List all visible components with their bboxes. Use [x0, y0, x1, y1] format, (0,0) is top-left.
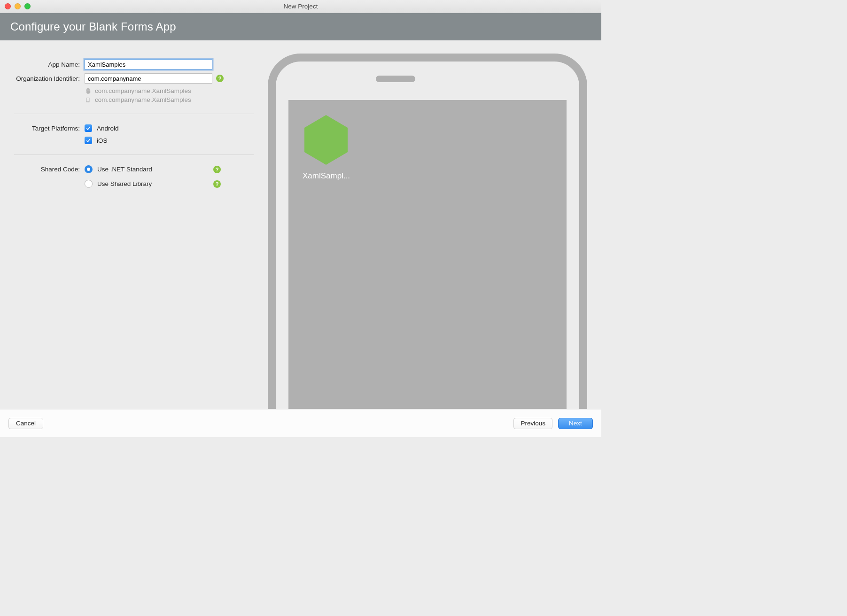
minimize-window-button[interactable] — [15, 3, 21, 9]
app-icon-hexagon — [303, 114, 350, 166]
svg-point-1 — [88, 89, 89, 90]
close-window-button[interactable] — [5, 3, 11, 9]
hint-android-text: com.companyname.XamlSamples — [95, 87, 191, 94]
help-icon[interactable]: ? — [213, 166, 221, 173]
svg-rect-3 — [87, 98, 89, 101]
svg-point-0 — [87, 89, 87, 90]
android-icon — [85, 88, 91, 94]
shared-code-label: Shared Code: — [0, 166, 85, 173]
app-name-label: App Name: — [0, 61, 85, 68]
header-band: Configure your Blank Forms App — [0, 13, 601, 40]
form-pane: App Name: Organization Identifier: ? com… — [0, 40, 268, 409]
titlebar: New Project — [0, 0, 601, 13]
row-platforms-android: Target Platforms: Android — [0, 124, 268, 132]
checkbox-android[interactable] — [85, 124, 92, 132]
divider-2 — [14, 154, 254, 155]
window-title: New Project — [284, 3, 318, 10]
help-icon[interactable]: ? — [213, 180, 221, 188]
row-org-id: Organization Identifier: ? — [0, 73, 268, 84]
hint-ios: com.companyname.XamlSamples — [85, 96, 268, 103]
phone-earpiece-icon — [376, 76, 415, 82]
divider-1 — [14, 114, 254, 114]
phone-mockup: XamlSampl... — [268, 54, 597, 409]
zoom-window-button[interactable] — [24, 3, 31, 9]
radio-netstandard-label: Use .NET Standard — [97, 166, 152, 173]
app-name-input[interactable] — [85, 59, 212, 69]
footer: Cancel Previous Next — [0, 409, 601, 437]
window-controls — [5, 3, 31, 9]
preview-pane: XamlSampl... — [268, 40, 601, 409]
row-netstandard: Shared Code: Use .NET Standard ? — [0, 165, 268, 173]
phone-icon — [85, 97, 91, 103]
phone-screen: XamlSampl... — [288, 100, 567, 409]
svg-point-4 — [88, 101, 88, 102]
row-app-name: App Name: — [0, 59, 268, 69]
radio-sharedlibrary-label: Use Shared Library — [97, 180, 152, 187]
cancel-button[interactable]: Cancel — [8, 418, 43, 429]
hint-android: com.companyname.XamlSamples — [85, 87, 268, 94]
platforms-label: Target Platforms: — [0, 125, 85, 132]
help-icon[interactable]: ? — [216, 75, 224, 82]
radio-sharedlibrary[interactable] — [85, 180, 93, 188]
radio-netstandard[interactable] — [85, 165, 93, 173]
page-title: Configure your Blank Forms App — [10, 20, 176, 33]
phone-body: XamlSampl... — [268, 54, 587, 409]
hint-ios-text: com.companyname.XamlSamples — [95, 96, 191, 103]
checkbox-android-label: Android — [97, 125, 119, 132]
row-platforms-ios: iOS — [0, 137, 268, 144]
preview-app-caption: XamlSampl... — [303, 171, 359, 181]
org-id-input[interactable] — [85, 73, 212, 84]
checkbox-ios[interactable] — [85, 137, 92, 144]
row-sharedlibrary: Use Shared Library ? — [0, 180, 268, 188]
org-id-label: Organization Identifier: — [0, 75, 85, 82]
svg-marker-5 — [304, 115, 348, 165]
main-content: App Name: Organization Identifier: ? com… — [0, 40, 601, 409]
next-button[interactable]: Next — [558, 418, 593, 429]
previous-button[interactable]: Previous — [513, 418, 552, 429]
checkbox-ios-label: iOS — [97, 137, 108, 144]
